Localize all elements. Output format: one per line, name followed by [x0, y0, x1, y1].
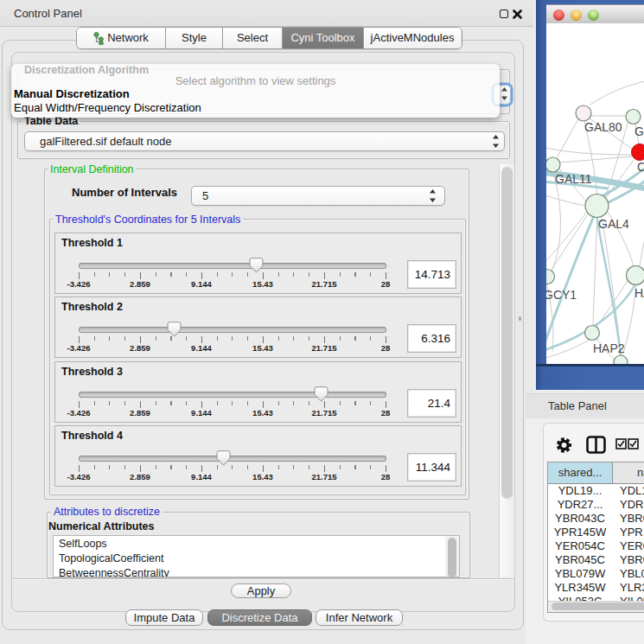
svg-text:HAP2: HAP2: [593, 341, 625, 355]
svg-text:GAL11: GAL11: [555, 172, 592, 186]
svg-text:GAL4: GAL4: [598, 217, 629, 231]
svg-text:GCY1: GCY1: [546, 288, 577, 302]
svg-text:GA: GA: [634, 124, 644, 138]
svg-text:GAL80: GAL80: [584, 120, 622, 134]
svg-text:HA: HA: [634, 286, 644, 300]
svg-text:CY: CY: [637, 160, 644, 174]
